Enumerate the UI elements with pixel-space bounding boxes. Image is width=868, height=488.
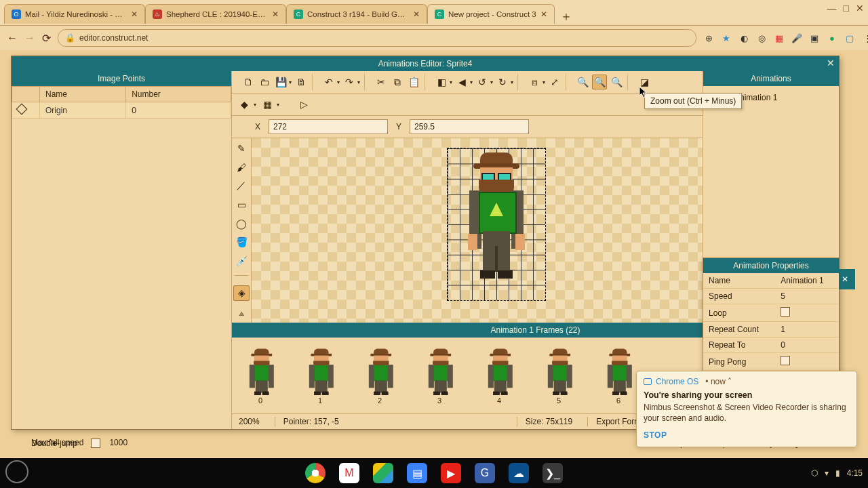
ext-icon[interactable]: ◐ xyxy=(738,33,749,43)
gmail-icon[interactable]: M xyxy=(339,463,359,483)
rotate-ccw-icon[interactable]: ↺ xyxy=(475,75,489,89)
table-row[interactable]: Origin 0 xyxy=(12,102,231,119)
line-icon[interactable]: ／ xyxy=(234,178,249,193)
brush-icon[interactable]: 🖌 xyxy=(234,160,249,175)
frame-thumb[interactable]: 2 xyxy=(365,346,395,405)
cast-icon[interactable]: ▢ xyxy=(844,33,855,43)
reload-button[interactable]: ⟳ xyxy=(42,32,51,45)
menu-icon[interactable]: ⋮ xyxy=(862,33,868,43)
bg-toggle-icon[interactable]: ◪ xyxy=(637,75,651,89)
close-icon[interactable]: ✕ xyxy=(540,9,547,19)
crop-icon[interactable]: ⧈ xyxy=(528,75,541,89)
rect-icon[interactable]: ▭ xyxy=(234,197,249,212)
animation-item[interactable]: nimation 1 xyxy=(733,89,839,106)
forward-button[interactable]: → xyxy=(24,32,35,44)
close-icon[interactable]: ✕ xyxy=(131,9,138,19)
y-label: Y xyxy=(395,122,403,131)
construct-icon: C xyxy=(435,9,444,19)
copy-icon[interactable]: ⧉ xyxy=(391,75,404,89)
close-icon[interactable]: ✕ xyxy=(272,9,279,19)
google-icon[interactable]: G xyxy=(475,463,495,483)
sprite-size: Size: 75x119 xyxy=(517,417,572,426)
fill-icon[interactable]: 🪣 xyxy=(234,235,249,249)
new-tab-button[interactable]: ＋ xyxy=(559,9,574,24)
origin-tool-icon[interactable]: ◈ xyxy=(233,285,250,302)
youtube-icon[interactable]: ▶ xyxy=(441,463,461,483)
frame-thumb[interactable]: 3 xyxy=(425,346,454,405)
window-title: Animations Editor: Sprite4 ✕ xyxy=(12,56,839,71)
minimize-button[interactable]: — xyxy=(827,3,837,14)
y-input[interactable] xyxy=(410,119,529,134)
ellipse-icon[interactable]: ◯ xyxy=(234,216,249,231)
close-icon[interactable]: ✕ xyxy=(827,58,835,68)
ext-icon[interactable]: ▦ xyxy=(774,33,785,43)
grammarly-icon[interactable]: ● xyxy=(827,33,837,43)
pencil-icon[interactable]: ✎ xyxy=(234,141,249,156)
paste-icon[interactable]: 📋 xyxy=(407,75,420,89)
mic-icon[interactable]: 🎤 xyxy=(791,33,802,43)
system-tray[interactable]: ⬡ ▾ ▮ 4:15 xyxy=(811,458,863,488)
tooltip: Zoom out (Ctrl + Minus) xyxy=(644,93,742,109)
col-name[interactable]: Name xyxy=(40,87,126,102)
zoom-out-icon[interactable]: 🔍 xyxy=(592,75,607,89)
frame-thumb[interactable]: 0 xyxy=(245,346,275,405)
tab-mail[interactable]: O Mail - Yildiz Nuredinoski - Outloo ✕ xyxy=(4,4,145,24)
x-input[interactable] xyxy=(269,119,388,134)
frame-thumb[interactable]: 4 xyxy=(484,346,514,405)
battery-icon[interactable]: ▮ xyxy=(835,468,840,478)
bookmark-icon[interactable]: ★ xyxy=(721,33,732,43)
undo-icon[interactable]: ↶ xyxy=(322,75,336,89)
ext-icon[interactable]: ▣ xyxy=(809,33,820,43)
onedrive-icon[interactable]: ☁ xyxy=(509,463,529,483)
save-icon[interactable]: 💾 xyxy=(274,75,288,89)
zoom-fit-icon[interactable]: 🔍 xyxy=(610,75,623,89)
layers-icon[interactable]: ◆ xyxy=(237,98,251,111)
rotate-cw-icon[interactable]: ↻ xyxy=(496,75,509,89)
wifi-icon[interactable]: ▾ xyxy=(825,468,829,478)
notifications-icon[interactable]: ⬡ xyxy=(811,468,818,478)
x-label: X xyxy=(254,122,262,131)
flip-h-icon[interactable]: ◧ xyxy=(435,75,448,89)
close-button[interactable]: ✕ xyxy=(856,3,864,14)
back-button[interactable]: ← xyxy=(7,32,18,44)
shelf: M ▤ ▶ G ☁ ❯_ ⬡ ▾ ▮ 4:15 xyxy=(0,458,868,488)
grid-icon[interactable]: ▦ xyxy=(260,98,274,111)
zoom-in-icon[interactable]: 🔍 xyxy=(576,75,589,89)
browser-tabs: O Mail - Yildiz Nuredinoski - Outloo ✕ ♨… xyxy=(4,4,574,24)
cut-icon[interactable]: ✂ xyxy=(374,75,388,89)
screen-share-notification[interactable]: Chrome OS • now ˄ You're sharing your sc… xyxy=(636,371,857,447)
frame-thumb[interactable]: 1 xyxy=(305,346,335,405)
launcher-button[interactable] xyxy=(5,460,28,483)
tab-construct-site[interactable]: C Construct 3 r194 - Build Games ✕ xyxy=(286,4,427,24)
ext-icon[interactable]: ⊕ xyxy=(703,33,714,43)
label: Double-jump xyxy=(31,439,77,448)
frame-thumb[interactable]: 6 xyxy=(604,346,633,405)
flip-v-icon[interactable]: ◀ xyxy=(455,75,469,89)
col-number[interactable]: Number xyxy=(126,87,231,102)
tab-shepherd[interactable]: ♨ Shepherd CLE : 201940-ENGL-1 ✕ xyxy=(145,4,286,24)
docs-icon[interactable]: ▤ xyxy=(407,463,427,483)
clock[interactable]: 4:15 xyxy=(847,468,863,478)
zoom-level: 200% xyxy=(239,417,260,426)
play-icon[interactable]: ▷ xyxy=(297,98,311,111)
frame-thumb[interactable]: 5 xyxy=(544,346,574,405)
drive-icon[interactable] xyxy=(373,463,393,483)
checkbox[interactable] xyxy=(91,439,100,448)
redo-icon[interactable]: ↷ xyxy=(342,75,356,89)
panel-header: Animations xyxy=(703,71,839,86)
chrome-icon[interactable] xyxy=(305,463,326,483)
resize-icon[interactable]: ⤢ xyxy=(548,75,561,89)
close-icon[interactable]: ✕ xyxy=(413,9,420,19)
notif-title: You're sharing your screen xyxy=(644,390,850,400)
eyedropper-icon[interactable]: 💉 xyxy=(234,253,249,268)
polygon-icon[interactable]: ⟁ xyxy=(234,305,249,320)
stop-button[interactable]: STOP xyxy=(644,430,850,440)
open-icon[interactable]: 🗀 xyxy=(258,75,271,89)
tab-construct-editor[interactable]: C New project - Construct 3 ✕ xyxy=(427,4,555,24)
new-icon[interactable]: 🗋 xyxy=(241,75,255,89)
export-icon[interactable]: 🗎 xyxy=(294,75,308,89)
terminal-icon[interactable]: ❯_ xyxy=(542,463,563,483)
maximize-button[interactable]: □ xyxy=(844,3,849,14)
address-bar[interactable]: 🔒 editor.construct.net xyxy=(58,29,696,47)
ext-icon[interactable]: ◎ xyxy=(756,33,767,43)
